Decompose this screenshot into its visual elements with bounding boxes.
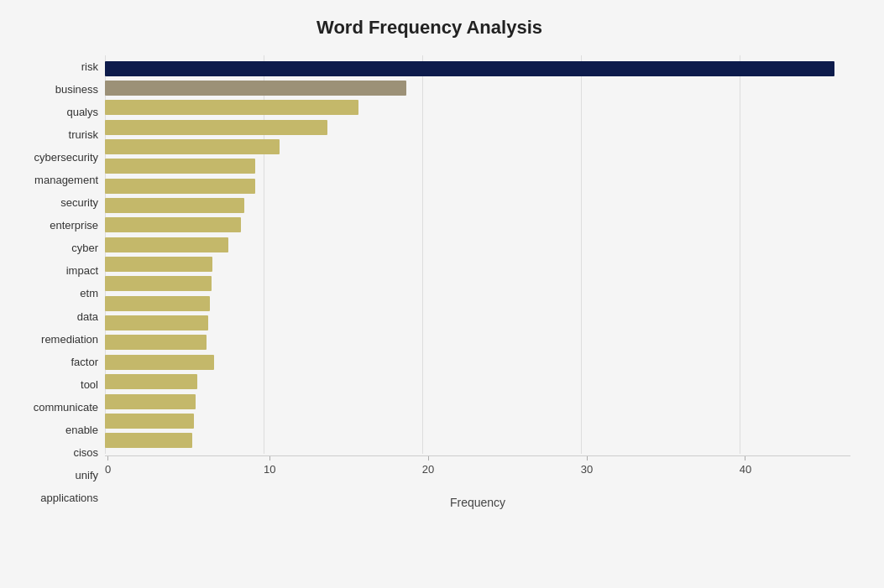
y-label: security bbox=[60, 197, 98, 208]
bar bbox=[105, 276, 212, 291]
bar bbox=[105, 217, 241, 232]
y-label: unify bbox=[76, 470, 98, 481]
bar bbox=[105, 139, 280, 154]
bar-row bbox=[105, 178, 850, 195]
bar-row bbox=[105, 138, 850, 155]
bar bbox=[105, 296, 210, 311]
bar-row bbox=[105, 413, 850, 429]
bar-row bbox=[105, 60, 850, 77]
x-tick-line bbox=[587, 456, 588, 461]
bar-row bbox=[105, 99, 850, 116]
y-label: remediation bbox=[41, 334, 98, 345]
y-label: cybersecurity bbox=[34, 152, 98, 163]
y-label: risk bbox=[81, 61, 98, 72]
y-label: communicate bbox=[34, 402, 98, 413]
bar bbox=[105, 81, 406, 96]
y-label: applications bbox=[40, 492, 98, 503]
x-axis: 010203040 bbox=[105, 455, 850, 489]
bar-row bbox=[105, 80, 850, 96]
bar bbox=[105, 315, 208, 330]
bar-row bbox=[105, 197, 850, 214]
chart-area: riskbusinessqualystruriskcybersecurityma… bbox=[8, 55, 850, 509]
chart-container: Word Frequency Analysis riskbusinessqual… bbox=[0, 0, 884, 588]
x-tick-label: 30 bbox=[581, 463, 593, 476]
bars-wrapper bbox=[105, 55, 850, 454]
x-tick-label: 20 bbox=[422, 463, 434, 476]
x-tick-line bbox=[269, 456, 270, 461]
bar bbox=[105, 159, 255, 174]
bar bbox=[105, 433, 192, 448]
x-tick-line bbox=[745, 456, 745, 461]
y-label: impact bbox=[66, 265, 98, 276]
y-label: qualys bbox=[66, 107, 98, 117]
bar-row bbox=[105, 354, 850, 371]
bar-row bbox=[105, 216, 850, 233]
y-label: factor bbox=[71, 356, 98, 367]
bar-row bbox=[105, 275, 850, 292]
x-tick: 10 bbox=[264, 456, 275, 476]
bar bbox=[105, 257, 212, 272]
y-label: management bbox=[34, 174, 98, 185]
x-tick: 30 bbox=[581, 456, 593, 476]
bars-and-x: 010203040 Frequency bbox=[105, 55, 850, 509]
y-label: cisos bbox=[73, 447, 98, 458]
x-tick-label: 10 bbox=[264, 463, 275, 476]
bar-row bbox=[105, 393, 850, 410]
bar-row bbox=[105, 334, 850, 351]
bar-row bbox=[105, 373, 850, 390]
bar bbox=[105, 394, 196, 409]
y-labels: riskbusinessqualystruriskcybersecurityma… bbox=[8, 55, 105, 509]
x-tick: 0 bbox=[105, 456, 111, 476]
bar-row bbox=[105, 295, 850, 312]
x-tick-label: 40 bbox=[740, 463, 751, 476]
bar bbox=[105, 335, 207, 350]
chart-title: Word Frequency Analysis bbox=[8, 17, 850, 39]
bar bbox=[105, 414, 194, 429]
bar bbox=[105, 355, 214, 370]
bar bbox=[105, 237, 228, 252]
bar bbox=[105, 61, 834, 76]
bar bbox=[105, 198, 244, 213]
y-label: data bbox=[77, 311, 98, 322]
y-label: enterprise bbox=[50, 220, 98, 231]
bar bbox=[105, 120, 327, 135]
y-label: etm bbox=[80, 288, 98, 299]
y-label: enable bbox=[65, 424, 98, 435]
y-label: trurisk bbox=[69, 129, 98, 140]
x-tick-line bbox=[428, 456, 429, 461]
bar-row bbox=[105, 237, 850, 253]
bar bbox=[105, 100, 358, 115]
bar bbox=[105, 179, 255, 194]
y-label: business bbox=[55, 84, 98, 95]
bar-row bbox=[105, 158, 850, 174]
bars-area bbox=[105, 55, 850, 454]
bar-row bbox=[105, 119, 850, 136]
x-tick-line bbox=[107, 456, 108, 461]
y-label: tool bbox=[81, 379, 98, 390]
x-tick-label: 0 bbox=[105, 463, 111, 476]
bar-row bbox=[105, 256, 850, 273]
y-label: cyber bbox=[71, 242, 98, 253]
bar-row bbox=[105, 315, 850, 331]
x-axis-title: Frequency bbox=[105, 496, 850, 509]
x-tick: 40 bbox=[740, 456, 751, 476]
bar bbox=[105, 374, 197, 389]
bar-row bbox=[105, 432, 850, 449]
x-tick: 20 bbox=[422, 456, 434, 476]
